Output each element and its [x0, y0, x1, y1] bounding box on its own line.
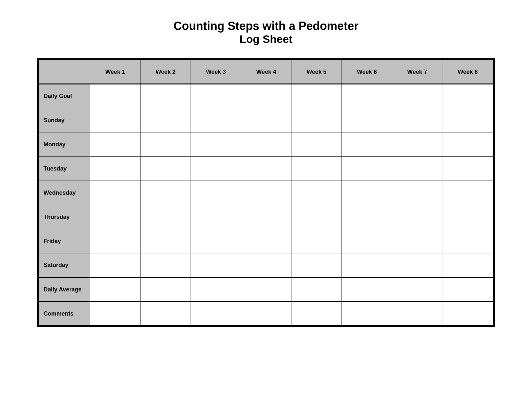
- header-week2: Week 2: [141, 60, 191, 84]
- data-cell[interactable]: [141, 205, 191, 229]
- table-row: Sunday: [39, 108, 494, 132]
- data-cell[interactable]: [342, 181, 392, 205]
- data-cell[interactable]: [442, 205, 494, 229]
- main-title: Counting Steps with a Pedometer: [173, 19, 359, 33]
- data-cell[interactable]: [90, 253, 141, 278]
- data-cell[interactable]: [191, 302, 241, 326]
- data-cell[interactable]: [342, 302, 392, 326]
- data-cell[interactable]: [241, 132, 291, 157]
- data-cell[interactable]: [291, 108, 342, 132]
- data-cell[interactable]: [342, 108, 392, 132]
- data-cell[interactable]: [291, 157, 342, 181]
- data-cell[interactable]: [291, 253, 342, 278]
- header-week3: Week 3: [191, 60, 241, 84]
- data-cell[interactable]: [191, 253, 241, 278]
- data-cell[interactable]: [392, 205, 442, 229]
- data-cell[interactable]: [392, 302, 442, 326]
- data-cell[interactable]: [90, 157, 141, 181]
- data-cell[interactable]: [342, 157, 392, 181]
- data-cell[interactable]: [392, 278, 442, 302]
- data-cell[interactable]: [191, 181, 241, 205]
- data-cell[interactable]: [342, 84, 392, 108]
- data-cell[interactable]: [241, 302, 291, 326]
- data-cell[interactable]: [141, 278, 191, 302]
- header-week6: Week 6: [342, 60, 392, 84]
- data-cell[interactable]: [90, 205, 141, 229]
- data-cell[interactable]: [191, 84, 241, 108]
- data-cell[interactable]: [392, 181, 442, 205]
- data-cell[interactable]: [141, 108, 191, 132]
- data-cell[interactable]: [291, 302, 342, 326]
- table-row: Daily Average: [39, 278, 494, 302]
- data-cell[interactable]: [141, 157, 191, 181]
- table-row: Monday: [39, 132, 494, 157]
- data-cell[interactable]: [90, 108, 141, 132]
- data-cell[interactable]: [90, 181, 141, 205]
- data-cell[interactable]: [141, 84, 191, 108]
- data-cell[interactable]: [442, 253, 494, 278]
- data-cell[interactable]: [442, 108, 494, 132]
- data-cell[interactable]: [442, 157, 494, 181]
- data-cell[interactable]: [90, 132, 141, 157]
- header-row: Week 1 Week 2 Week 3 Week 4 Week 5 Week …: [39, 60, 494, 84]
- data-cell[interactable]: [442, 132, 494, 157]
- row-label: Monday: [39, 132, 90, 157]
- data-cell[interactable]: [241, 278, 291, 302]
- data-cell[interactable]: [442, 229, 494, 253]
- table-row: Comments: [39, 302, 494, 326]
- data-cell[interactable]: [141, 229, 191, 253]
- data-cell[interactable]: [442, 278, 494, 302]
- data-cell[interactable]: [241, 205, 291, 229]
- data-cell[interactable]: [442, 84, 494, 108]
- header-week8: Week 8: [442, 60, 494, 84]
- data-cell[interactable]: [241, 253, 291, 278]
- data-cell[interactable]: [90, 302, 141, 326]
- data-cell[interactable]: [342, 205, 392, 229]
- data-cell[interactable]: [191, 229, 241, 253]
- data-cell[interactable]: [291, 229, 342, 253]
- table-row: Daily Goal: [39, 84, 494, 108]
- data-cell[interactable]: [141, 253, 191, 278]
- data-cell[interactable]: [342, 229, 392, 253]
- row-label: Daily Goal: [39, 84, 90, 108]
- table-row: Friday: [39, 229, 494, 253]
- table-row: Saturday: [39, 253, 494, 278]
- data-cell[interactable]: [141, 181, 191, 205]
- data-cell[interactable]: [442, 181, 494, 205]
- data-cell[interactable]: [291, 84, 342, 108]
- data-cell[interactable]: [392, 253, 442, 278]
- data-cell[interactable]: [191, 132, 241, 157]
- data-cell[interactable]: [191, 108, 241, 132]
- data-cell[interactable]: [392, 157, 442, 181]
- data-cell[interactable]: [241, 157, 291, 181]
- data-cell[interactable]: [392, 229, 442, 253]
- data-cell[interactable]: [442, 302, 494, 326]
- data-cell[interactable]: [141, 302, 191, 326]
- data-cell[interactable]: [291, 205, 342, 229]
- row-label: Comments: [39, 302, 90, 326]
- data-cell[interactable]: [392, 108, 442, 132]
- header-week5: Week 5: [291, 60, 342, 84]
- data-cell[interactable]: [90, 278, 141, 302]
- data-cell[interactable]: [241, 181, 291, 205]
- data-cell[interactable]: [191, 278, 241, 302]
- data-cell[interactable]: [241, 84, 291, 108]
- data-cell[interactable]: [342, 278, 392, 302]
- data-cell[interactable]: [392, 132, 442, 157]
- data-cell[interactable]: [241, 229, 291, 253]
- data-cell[interactable]: [241, 108, 291, 132]
- data-cell[interactable]: [291, 181, 342, 205]
- data-cell[interactable]: [191, 157, 241, 181]
- data-cell[interactable]: [291, 278, 342, 302]
- row-label: Sunday: [39, 108, 90, 132]
- row-label: Tuesday: [39, 157, 90, 181]
- data-cell[interactable]: [90, 84, 141, 108]
- data-cell[interactable]: [191, 205, 241, 229]
- data-cell[interactable]: [90, 229, 141, 253]
- data-cell[interactable]: [291, 132, 342, 157]
- header-week7: Week 7: [392, 60, 442, 84]
- data-cell[interactable]: [392, 84, 442, 108]
- data-cell[interactable]: [141, 132, 191, 157]
- data-cell[interactable]: [342, 132, 392, 157]
- data-cell[interactable]: [342, 253, 392, 278]
